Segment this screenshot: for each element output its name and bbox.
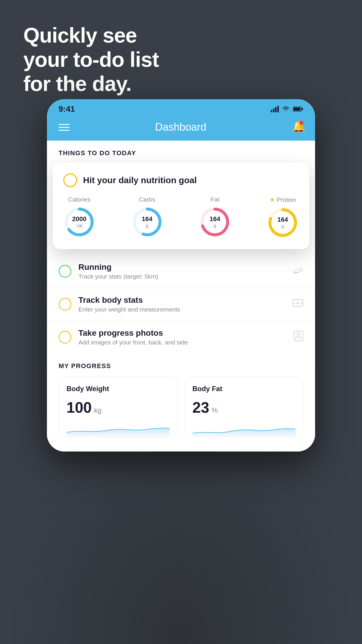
todo-item-running[interactable]: Running Track your stats (target: 5km) [47, 255, 315, 288]
body-fat-card: Body Fat 23 % [184, 377, 303, 437]
todo-item-body-stats[interactable]: Track body stats Enter your weight and m… [47, 288, 315, 321]
header-title: Dashboard [155, 121, 206, 133]
hero-text: Quickly see your to-do list for the day. [23, 23, 159, 96]
calories-value-text: 2000 cal [72, 215, 87, 229]
nutrition-card: Hit your daily nutrition goal Calories [53, 163, 309, 249]
running-subtitle: Track your stats (target: 5km) [78, 273, 286, 280]
hamburger-menu-button[interactable] [59, 124, 70, 131]
status-time: 9:41 [59, 104, 75, 114]
person-icon [294, 330, 303, 344]
body-fat-value: 23 [192, 399, 209, 416]
battery-icon [293, 106, 303, 112]
nutrition-row: Calories 2000 cal [63, 196, 299, 239]
nutrition-card-title-row: Hit your daily nutrition goal [63, 173, 299, 187]
body-weight-value-row: 100 kg [66, 399, 170, 416]
nutrition-item-protein: ★ Protein 164 g [267, 196, 299, 239]
progress-photos-circle [59, 331, 71, 344]
notification-badge [299, 121, 303, 125]
running-text: Running Track your stats (target: 5km) [78, 262, 286, 280]
protein-label: ★ Protein [269, 196, 296, 204]
progress-photos-text: Take progress photos Add images of your … [78, 328, 287, 346]
todo-item-progress-photos[interactable]: Take progress photos Add images of your … [47, 321, 315, 354]
nutrition-item-calories: Calories 2000 cal [63, 196, 95, 238]
body-weight-unit: kg [94, 406, 101, 414]
progress-section-header: MY PROGRESS [59, 362, 303, 370]
hero-line1: Quickly see [23, 23, 159, 48]
carbs-donut: 164 g [131, 206, 163, 238]
calories-donut: 2000 cal [63, 206, 95, 238]
bell-icon: 🔔 [292, 120, 305, 132]
body-weight-chart [66, 422, 170, 437]
notification-button[interactable]: 🔔 [292, 121, 303, 134]
fat-donut: 164 g [199, 206, 231, 238]
body-stats-title: Track body stats [78, 295, 285, 305]
body-weight-card-title: Body Weight [66, 385, 170, 393]
svg-rect-5 [294, 108, 301, 111]
app-header: Dashboard 🔔 [47, 117, 315, 141]
progress-photos-subtitle: Add images of your front, back, and side [78, 339, 287, 346]
running-title: Running [78, 262, 286, 272]
phone-wrapper: 9:41 [47, 99, 315, 452]
star-icon: ★ [269, 196, 275, 204]
carbs-label: Carbs [139, 196, 155, 203]
body-fat-chart [192, 422, 296, 437]
progress-cards: Body Weight 100 kg [59, 377, 303, 437]
shoe-icon [293, 266, 303, 277]
svg-rect-1 [273, 108, 275, 112]
things-to-do-header: THINGS TO DO TODAY [47, 141, 315, 160]
nutrition-item-fat: Fat 164 g [199, 196, 231, 238]
body-stats-circle [59, 298, 71, 311]
hero-line3: for the day. [23, 72, 159, 96]
progress-section: MY PROGRESS Body Weight 100 kg [47, 354, 315, 446]
hero-line2: your to-do list [23, 48, 159, 72]
main-content: THINGS TO DO TODAY Hit your daily nutrit… [47, 141, 315, 452]
nutrition-card-title: Hit your daily nutrition goal [83, 175, 197, 185]
nutrition-circle-check [63, 173, 77, 187]
signal-icon [271, 106, 279, 112]
wifi-icon [282, 106, 290, 112]
progress-photos-title: Take progress photos [78, 328, 287, 338]
fat-value-text: 164 g [210, 215, 220, 229]
status-icons [271, 106, 303, 112]
svg-rect-6 [302, 108, 303, 110]
body-stats-subtitle: Enter your weight and measurements [78, 306, 285, 313]
phone: 9:41 [47, 99, 315, 452]
fat-label: Fat [210, 196, 219, 203]
status-bar: 9:41 [47, 99, 315, 117]
svg-point-19 [297, 333, 300, 336]
protein-value-text: 164 g [277, 216, 288, 229]
carbs-value-text: 164 g [142, 215, 152, 229]
running-circle [59, 265, 71, 278]
body-weight-card: Body Weight 100 kg [59, 377, 178, 437]
body-stats-text: Track body stats Enter your weight and m… [78, 295, 285, 313]
body-fat-unit: % [212, 406, 218, 414]
calories-label: Calories [68, 196, 90, 203]
body-fat-value-row: 23 % [192, 399, 296, 416]
svg-rect-2 [275, 107, 277, 112]
body-fat-card-title: Body Fat [192, 385, 296, 393]
body-weight-value: 100 [66, 399, 92, 416]
svg-rect-3 [277, 106, 279, 112]
svg-rect-0 [271, 110, 272, 112]
nutrition-item-carbs: Carbs 164 g [131, 196, 163, 238]
todo-list: Running Track your stats (target: 5km) [47, 255, 315, 354]
protein-donut: 164 g [267, 206, 299, 239]
scale-icon [292, 298, 303, 310]
